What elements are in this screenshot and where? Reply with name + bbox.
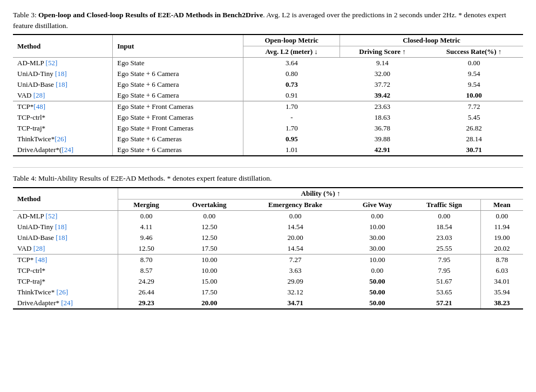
cell-ds: 23.63 (340, 101, 425, 113)
table3-caption: Table 3: Open-loop and Closed-loop Resul… (13, 10, 523, 31)
table-row: TCP* [48] 8.70 10.00 7.27 10.00 7.95 8.7… (13, 254, 523, 265)
cell-merging: 26.44 (118, 287, 175, 298)
cell-method: UniAD-Tiny [18] (13, 222, 118, 232)
table-row: ThinkTwice*[26] Ego State + 6 Cameras 0.… (13, 134, 523, 145)
cell-merging: 9.46 (118, 232, 175, 243)
cell-method: TCP-traj* (13, 276, 118, 287)
cell-overtaking: 17.50 (174, 243, 245, 255)
cell-trafficsign: 0.00 (408, 210, 480, 222)
cell-ds: 36.78 (340, 123, 425, 134)
col-ds: Driving Score ↑ (340, 46, 425, 58)
ref-link: [52] (46, 212, 58, 220)
table-row: ThinkTwice* [26] 26.44 17.50 32.12 50.00… (13, 287, 523, 298)
cell-mean: 35.94 (480, 287, 523, 298)
table-row: UniAD-Base [18] 9.46 12.50 20.00 30.00 2… (13, 232, 523, 243)
ref-link: [48] (36, 256, 48, 264)
ref-link: [28] (33, 244, 45, 252)
cell-ds: 32.00 (340, 68, 425, 79)
table4-bold: Multi-Ability Results of E2E-AD Methods. (38, 174, 165, 182)
cell-overtaking: 10.00 (174, 254, 245, 265)
cell-l2: 0.95 (243, 134, 340, 145)
table-row: TCP-ctrl* Ego State + Front Cameras - 18… (13, 112, 523, 123)
cell-input: Ego State + 6 Cameras (113, 134, 243, 145)
cell-trafficsign: 23.03 (408, 232, 480, 243)
table4-rest: * denotes expert feature distillation. (165, 174, 272, 182)
cell-l2: 0.91 (243, 90, 340, 101)
cell-giveway: 30.00 (347, 243, 409, 255)
cell-sr: 0.00 (425, 58, 523, 69)
cell-input: Ego State + 6 Camera (113, 79, 243, 90)
cell-mean: 11.94 (480, 222, 523, 232)
table-row: TCP-ctrl* 8.57 10.00 3.63 0.00 7.95 6.03 (13, 265, 523, 276)
cell-overtaking: 10.00 (174, 265, 245, 276)
table-row: TCP-traj* Ego State + Front Cameras 1.70… (13, 123, 523, 134)
table-row: UniAD-Base [18] Ego State + 6 Camera 0.7… (13, 79, 523, 90)
cell-ds: 39.88 (340, 134, 425, 145)
cell-giveway: 50.00 (347, 287, 409, 298)
cell-giveway: 50.00 (347, 276, 409, 287)
col-input: Input (113, 35, 243, 58)
ref-link: [18] (56, 233, 67, 242)
table4: Method Ability (%) ↑ Merging Overtaking … (13, 187, 523, 310)
table4-caption: Table 4: Multi-Ability Results of E2E-AD… (13, 167, 523, 184)
cell-l2: 1.70 (243, 101, 340, 113)
cell-input: Ego State + Front Cameras (113, 112, 243, 123)
cell-merging: 12.50 (118, 243, 175, 255)
cell-emergency: 32.12 (245, 287, 347, 298)
cell-mean: 19.00 (480, 232, 523, 243)
col4-emergency: Emergency Brake (245, 199, 347, 210)
cell-method: TCP-ctrl* (13, 112, 113, 123)
cell-method: VAD [28] (13, 90, 113, 101)
cell-giveway: 10.00 (347, 254, 409, 265)
table4-label: Table 4: (13, 174, 38, 182)
cell-input: Ego State (113, 58, 243, 69)
cell-sr: 28.14 (425, 134, 523, 145)
ref-link: [52] (46, 59, 58, 67)
cell-l2: 1.01 (243, 145, 340, 156)
col-closedloop: Closed-loop Metric (340, 35, 523, 46)
cell-trafficsign: 51.67 (408, 276, 480, 287)
col4-merging: Merging (118, 199, 175, 210)
ref-link: [26] (55, 135, 66, 143)
cell-giveway: 0.00 (347, 210, 409, 222)
cell-merging: 0.00 (118, 210, 175, 222)
cell-ds: 42.91 (340, 145, 425, 156)
cell-l2: 3.64 (243, 58, 340, 69)
cell-sr: 9.54 (425, 68, 523, 79)
cell-trafficsign: 53.65 (408, 287, 480, 298)
cell-sr: 26.82 (425, 123, 523, 134)
cell-method: TCP-traj* (13, 123, 113, 134)
cell-method: TCP-ctrl* (13, 265, 118, 276)
table3-wrapper: Table 3: Open-loop and Closed-loop Resul… (13, 10, 523, 156)
table-row: UniAD-Tiny [18] Ego State + 6 Camera 0.8… (13, 68, 523, 79)
table-row: DriveAdapter* [24] 29.23 20.00 34.71 50.… (13, 298, 523, 309)
col-sr: Success Rate(%) ↑ (425, 46, 523, 58)
cell-mean: 6.03 (480, 265, 523, 276)
cell-sr: 9.54 (425, 79, 523, 90)
cell-trafficsign: 25.55 (408, 243, 480, 255)
cell-overtaking: 12.50 (174, 232, 245, 243)
cell-sr: 30.71 (425, 145, 523, 156)
cell-emergency: 3.63 (245, 265, 347, 276)
cell-method: UniAD-Base [18] (13, 232, 118, 243)
ref-link: [48] (33, 102, 45, 111)
col4-trafficsign: Traffic Sign (408, 199, 480, 210)
cell-mean: 38.23 (480, 298, 523, 309)
cell-giveway: 50.00 (347, 298, 409, 309)
cell-method: ThinkTwice* [26] (13, 287, 118, 298)
cell-overtaking: 20.00 (174, 298, 245, 309)
ref-link: [24] (62, 146, 73, 154)
cell-trafficsign: 57.21 (408, 298, 480, 309)
cell-l2: 0.73 (243, 79, 340, 90)
table3-bold: Open-loop and Closed-loop Results of E2E… (38, 11, 263, 19)
cell-merging: 29.23 (118, 298, 175, 309)
cell-emergency: 14.54 (245, 222, 347, 232)
cell-method: VAD [28] (13, 243, 118, 255)
cell-ds: 37.72 (340, 79, 425, 90)
cell-ds: 18.63 (340, 112, 425, 123)
col4-overtaking: Overtaking (174, 199, 245, 210)
cell-input: Ego State + Front Cameras (113, 101, 243, 113)
table3: Method Input Open-loop Metric Closed-loo… (13, 34, 523, 156)
cell-overtaking: 17.50 (174, 287, 245, 298)
col-method: Method (13, 35, 113, 58)
